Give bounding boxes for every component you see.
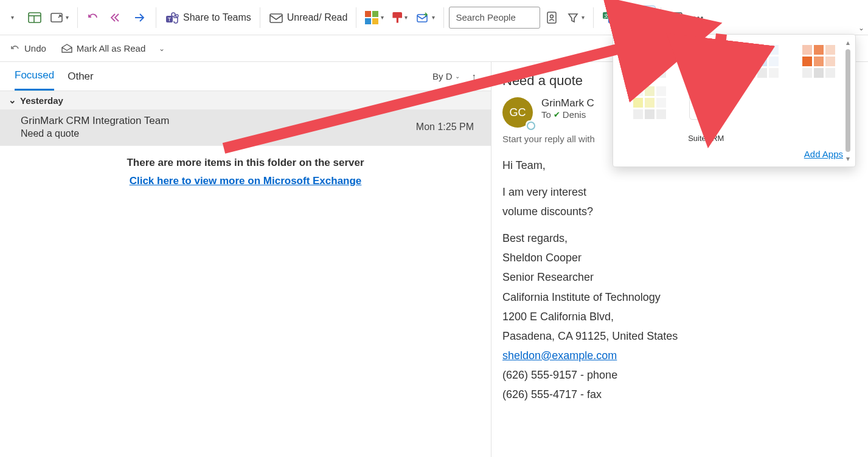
- svg-rect-16: [641, 13, 644, 16]
- categories-button[interactable]: ▾: [361, 5, 387, 30]
- view-more-link[interactable]: Click here to view more on Microsoft Exc…: [0, 171, 491, 191]
- calendar-insights-button[interactable]: [666, 5, 687, 30]
- address-book-icon: [546, 11, 558, 24]
- separator: [630, 7, 630, 28]
- flag-icon: [392, 12, 402, 23]
- send-receive-icon: [416, 12, 429, 24]
- translate-icon: 文A: [602, 11, 616, 24]
- svg-rect-18: [641, 19, 644, 22]
- svg-rect-3: [51, 13, 62, 22]
- message-time: Mon 1:25 PM: [416, 122, 474, 132]
- avatar-initials: GC: [510, 106, 526, 119]
- body-line: I am very interest: [502, 184, 857, 200]
- app-tile[interactable]: [792, 42, 846, 81]
- ribbon-collapse-chevron[interactable]: ⌄: [858, 24, 864, 32]
- calendar-chart-icon: [670, 11, 683, 24]
- archive-button[interactable]: ▾: [46, 5, 72, 30]
- more-secondary-button[interactable]: ⌄: [156, 39, 168, 58]
- archive-icon: [50, 12, 63, 24]
- body-line: (626) 555-4717 - fax: [502, 387, 857, 402]
- svg-text:文: 文: [604, 13, 609, 19]
- share-to-teams-button[interactable]: T Share to Teams: [161, 5, 255, 30]
- svg-point-24: [694, 16, 696, 19]
- body-line: Senior Researcher: [502, 269, 857, 285]
- svg-rect-12: [603, 12, 609, 19]
- to-label: To: [541, 109, 551, 120]
- app-prefix: <>: [701, 122, 710, 131]
- group-header-yesterday[interactable]: ⌄ Yesterday: [0, 91, 491, 110]
- layout-button[interactable]: [24, 5, 45, 30]
- apps-panel: GM <> SuiteCRM Add Apps ▴▾: [613, 34, 856, 167]
- app-tile-suitecrm[interactable]: GM <> SuiteCRM: [679, 83, 734, 145]
- forward-button[interactable]: [129, 5, 151, 30]
- svg-rect-8: [270, 14, 282, 22]
- tab-focused[interactable]: Focused: [15, 62, 54, 91]
- separator: [661, 7, 661, 28]
- body-line: volume discounts?: [502, 204, 857, 219]
- app-tile[interactable]: [679, 42, 734, 81]
- filter-button[interactable]: ▾: [563, 5, 588, 30]
- undo-icon: [10, 44, 21, 53]
- group-label: Yesterday: [20, 95, 63, 106]
- layout-icon: [28, 12, 41, 24]
- body-line: Sheldon Cooper: [502, 250, 857, 266]
- sender-avatar[interactable]: GC: [502, 97, 533, 128]
- separator: [156, 7, 156, 28]
- flag-button[interactable]: ▾: [389, 5, 411, 30]
- app-tile-empty: [735, 83, 790, 145]
- undo-button[interactable]: [83, 5, 103, 30]
- svg-rect-6: [166, 16, 173, 22]
- svg-rect-9: [417, 15, 427, 22]
- body-line: (626) 555-9157 - phone: [502, 367, 857, 383]
- svg-point-11: [550, 15, 554, 18]
- reply-all-button[interactable]: [105, 5, 128, 30]
- app-tile-empty: [792, 83, 846, 145]
- send-receive-button[interactable]: ▾: [412, 5, 439, 30]
- reply-all-icon: [108, 12, 124, 24]
- unread-read-button[interactable]: Unread/ Read: [265, 5, 352, 30]
- undo-secondary-button[interactable]: Undo: [6, 39, 50, 58]
- apps-scrollbar[interactable]: ▴▾: [843, 38, 853, 163]
- sort-by-button[interactable]: By D ⌄ ↑: [432, 71, 476, 81]
- message-subject: Need a quote: [21, 128, 169, 139]
- svg-point-25: [698, 16, 700, 19]
- mark-all-read-label: Mark All as Read: [77, 43, 145, 53]
- app-tile[interactable]: [623, 83, 677, 145]
- more-items-hint: There are more items in this folder on t…: [0, 146, 491, 171]
- add-apps-link[interactable]: Add Apps: [804, 149, 843, 159]
- search-people-input[interactable]: Search People: [449, 7, 540, 29]
- categories-icon: [365, 11, 378, 24]
- share-to-teams-label: Share to Teams: [183, 12, 251, 23]
- address-book-button[interactable]: [541, 5, 562, 30]
- presence-indicator: [526, 120, 534, 129]
- app-tile[interactable]: [735, 42, 790, 81]
- chevron-down-icon: ⌄: [9, 95, 16, 106]
- svg-rect-23: [679, 17, 681, 22]
- message-from: GrinMark CRM Integration Team: [21, 115, 169, 127]
- app-tile[interactable]: [623, 42, 677, 81]
- translate-button[interactable]: 文A ▾: [599, 5, 625, 30]
- body-email-link[interactable]: sheldon@example.com: [502, 349, 617, 362]
- svg-text:T: T: [168, 16, 172, 22]
- svg-point-5: [176, 15, 178, 17]
- message-item[interactable]: GrinMark CRM Integration Team Need a quo…: [0, 110, 491, 146]
- svg-rect-17: [647, 13, 650, 16]
- body-line: Pasadena, CA 91125, United States: [502, 328, 857, 344]
- more-button[interactable]: [688, 5, 709, 30]
- all-apps-button[interactable]: [635, 5, 656, 30]
- svg-rect-20: [671, 13, 682, 22]
- svg-rect-19: [647, 19, 650, 22]
- tab-other[interactable]: Other: [68, 62, 94, 91]
- search-placeholder: Search People: [456, 12, 515, 22]
- mark-all-read-button[interactable]: Mark All as Read: [57, 39, 149, 58]
- envelope-open-icon: [61, 44, 73, 53]
- ellipsis-icon: [692, 12, 705, 24]
- forward-icon: [133, 12, 147, 24]
- suitecrm-icon: GM: [693, 94, 719, 112]
- customize-dropdown[interactable]: ▾: [2, 5, 23, 30]
- undo-label: Undo: [24, 43, 46, 53]
- app-name: SuiteCRM: [688, 134, 724, 143]
- svg-rect-0: [29, 13, 41, 22]
- reading-from: GrinMark C: [541, 97, 594, 109]
- undo-icon: [86, 12, 100, 24]
